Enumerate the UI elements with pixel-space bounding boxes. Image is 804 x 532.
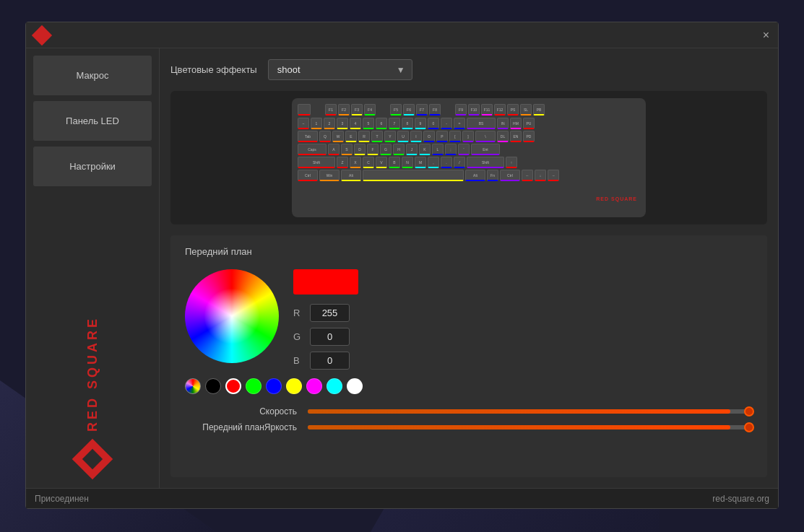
swatch-white[interactable] [347,378,363,394]
color-inputs: R G B [293,269,358,370]
g-row: G [293,328,358,346]
brightness-slider-track[interactable] [308,425,753,429]
brand-diamond-icon [72,439,113,480]
speed-slider-track[interactable] [308,409,753,414]
speed-slider-fill [308,409,730,414]
sidebar-item-macro[interactable]: Макрос [33,56,152,95]
swatch-cyan[interactable] [327,378,342,394]
status-right: red-square.org [712,494,769,504]
sidebar-item-settings[interactable]: Настройки [33,147,152,186]
sidebar-brand: RED SQUARE [33,309,152,481]
brightness-label: Передний планЯркость [185,422,297,432]
effect-dropdown[interactable]: shoot wave static breathing reactive [268,59,412,80]
b-row: B [293,352,358,370]
swatch-blue[interactable] [266,378,282,394]
main-panel: Цветовые эффекты shoot wave static breat… [160,48,778,488]
content-area: Макрос Панель LED Настройки RED SQUARE Ц… [26,48,778,488]
color-panel-title: Передний план [185,246,753,257]
keyboard-brand-label: RED SQUARE [596,196,637,201]
swatches-row [185,378,753,394]
b-input[interactable] [310,352,350,370]
app-logo-icon [32,25,52,45]
color-wheel-container [185,269,279,363]
keyboard-area: F1 F2 F3 F4 F5 F6 F7 F8 F9 F10 F11 F12 [170,91,767,224]
effect-label: Цветовые эффекты [170,64,257,75]
brightness-slider-thumb[interactable] [744,422,754,432]
r-label: R [293,308,304,318]
brightness-slider-row: Передний планЯркость [185,422,753,432]
close-button[interactable]: × [763,30,769,41]
speed-slider-row: Скорость [185,406,753,417]
g-label: G [293,331,304,342]
swatch-green[interactable] [246,378,261,394]
swatch-red[interactable] [225,378,241,394]
status-left: Присоединен [35,494,89,504]
status-bar: Присоединен red-square.org [26,488,778,508]
brightness-slider-fill [308,425,730,429]
swatch-yellow[interactable] [286,378,302,394]
swatch-rainbow[interactable] [185,378,201,394]
r-input[interactable] [310,304,350,322]
header-row: Цветовые эффекты shoot wave static breat… [170,59,767,80]
title-bar: × [26,22,778,48]
b-label: B [293,355,304,366]
keyboard-visual: F1 F2 F3 F4 F5 F6 F7 F8 F9 F10 F11 F12 [292,98,646,217]
color-controls: Передний план R G [170,235,767,477]
sliders-section: Скорость Передний планЯркость [185,406,753,432]
swatch-magenta[interactable] [306,378,322,394]
color-preview [293,269,358,295]
speed-label: Скорость [185,406,297,417]
r-row: R [293,304,358,322]
swatch-black[interactable] [205,378,221,394]
speed-slider-thumb[interactable] [744,406,754,417]
main-window: × Макрос Панель LED Настройки RED SQUARE… [25,22,779,509]
effect-dropdown-wrapper: shoot wave static breathing reactive ▼ [268,59,412,80]
sidebar: Макрос Панель LED Настройки RED SQUARE [26,48,160,488]
color-wheel[interactable] [185,269,279,363]
sidebar-item-led[interactable]: Панель LED [33,101,152,141]
brand-text: RED SQUARE [86,316,99,432]
color-main-row: R G B [185,269,753,370]
g-input[interactable] [310,328,350,346]
